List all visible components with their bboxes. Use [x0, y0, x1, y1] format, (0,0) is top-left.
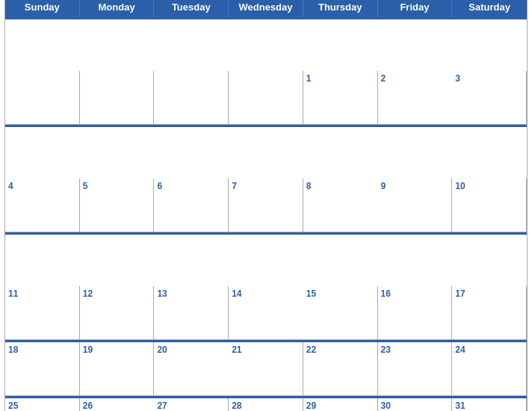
cal-cell: 8 [303, 179, 378, 232]
cal-cell: 31All Saints' Day [452, 398, 527, 411]
cal-cell [154, 71, 229, 125]
cal-cell: 15 [303, 286, 378, 340]
cal-cell: 13 [154, 286, 229, 340]
days-header: Sunday Monday Tuesday Wednesday Thursday… [5, 0, 527, 17]
cal-cell: 4 [5, 179, 80, 232]
date-number: 28 [232, 401, 241, 411]
cal-cell: 29 [303, 398, 378, 411]
date-number: 16 [381, 288, 391, 299]
day-tuesday: Tuesday [154, 0, 229, 17]
week-divider-0 [5, 17, 527, 19]
date-number: 10 [455, 181, 465, 191]
date-number: 9 [381, 181, 386, 191]
date-number: 31 [455, 401, 465, 411]
date-number: 13 [157, 288, 167, 299]
cal-cell: 23 [378, 342, 453, 396]
date-number: 27 [157, 401, 167, 411]
cal-cell: 28 [229, 398, 303, 411]
day-friday: Friday [378, 0, 453, 17]
day-thursday: Thursday [303, 0, 378, 17]
day-sunday: Sunday [5, 0, 80, 17]
cal-cell: 24 [452, 342, 527, 396]
week-divider-2 [5, 232, 527, 235]
cal-cell: 3 [452, 71, 527, 125]
cal-cell: 7 [229, 179, 303, 232]
date-number: 15 [306, 288, 316, 299]
date-number: 6 [157, 181, 162, 191]
cal-cell: 30 [378, 398, 453, 411]
cal-cell: 22 [303, 342, 378, 396]
cal-cell: 27 [154, 398, 229, 411]
date-number: 29 [306, 401, 316, 411]
cal-cell: 5 [80, 179, 155, 232]
date-number: 8 [306, 181, 312, 191]
date-number: 30 [381, 401, 391, 411]
date-number: 7 [232, 181, 237, 191]
cal-cell: 14 [229, 286, 303, 340]
date-number: 2 [381, 73, 386, 84]
cal-cell [80, 71, 155, 125]
week-divider-1 [5, 125, 527, 127]
day-wednesday: Wednesday [229, 0, 303, 17]
date-number: 4 [8, 181, 13, 191]
cal-cell: 9 [378, 179, 453, 232]
date-number: 11 [8, 288, 18, 299]
day-monday: Monday [80, 0, 155, 17]
cal-cell: 2 [378, 71, 453, 125]
cal-cell: 20 [154, 342, 229, 396]
cal-cell: 1 [303, 71, 378, 125]
cal-cell: 17 [452, 286, 527, 340]
cal-cell [229, 71, 303, 125]
calendar-grid: 1234567891011121314151617181920212223242… [5, 17, 527, 411]
cal-cell: 26 [80, 398, 155, 411]
cal-cell: 18 [5, 342, 80, 396]
date-number: 20 [157, 344, 167, 355]
cal-cell: 10 [452, 179, 527, 232]
date-number: 24 [455, 344, 465, 355]
date-number: 12 [83, 288, 93, 299]
calendar: General Blue October 2020 Finland Sunday… [4, 0, 528, 411]
date-number: 25 [8, 401, 18, 411]
date-number: 19 [83, 344, 93, 355]
date-number: 17 [455, 288, 465, 299]
date-number: 26 [83, 401, 93, 411]
date-number: 21 [232, 344, 241, 355]
cal-cell: 25 [5, 398, 80, 411]
date-number: 5 [83, 181, 88, 191]
cal-cell: 6 [154, 179, 229, 232]
cal-cell: 11 [5, 286, 80, 340]
date-number: 1 [306, 73, 312, 84]
date-number: 3 [455, 73, 460, 84]
date-number: 23 [381, 344, 391, 355]
date-number: 18 [8, 344, 18, 355]
cal-cell: 21 [229, 342, 303, 396]
day-saturday: Saturday [452, 0, 527, 17]
date-number: 22 [306, 344, 316, 355]
cal-cell [5, 71, 80, 125]
cal-cell: 16 [378, 286, 453, 340]
date-number: 14 [232, 288, 241, 299]
cal-cell: 19 [80, 342, 155, 396]
cal-cell: 12 [80, 286, 155, 340]
